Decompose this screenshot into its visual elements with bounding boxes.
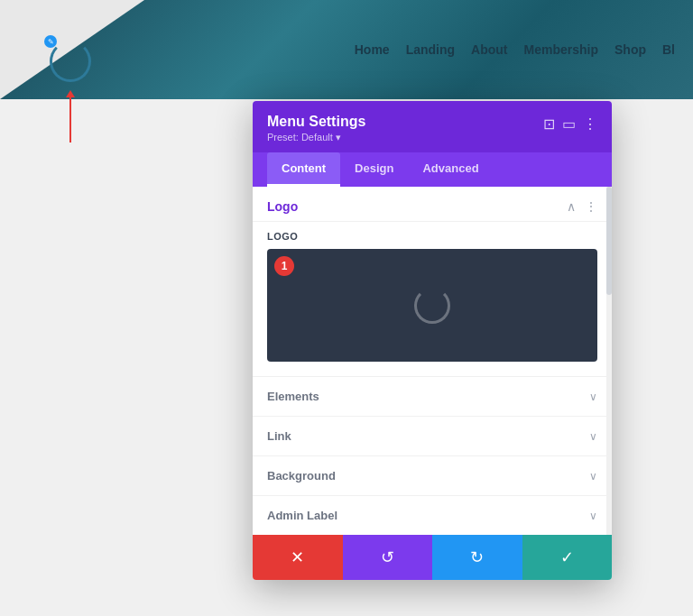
more-options-icon[interactable]: ⋮ bbox=[583, 115, 597, 133]
elements-chevron: ∨ bbox=[589, 391, 597, 403]
upload-badge: 1 bbox=[274, 256, 294, 276]
background-title: Background bbox=[267, 469, 336, 483]
background-chevron: ∨ bbox=[589, 470, 597, 483]
red-arrow bbox=[66, 90, 75, 143]
admin-label-header[interactable]: Admin Label ∨ bbox=[253, 496, 612, 535]
link-header[interactable]: Link ∨ bbox=[253, 417, 612, 455]
split-icon[interactable]: ▭ bbox=[562, 115, 576, 133]
modal-subtitle: Preset: Default ▾ bbox=[267, 132, 365, 143]
nav-landing[interactable]: Landing bbox=[406, 42, 455, 57]
link-title: Link bbox=[267, 429, 291, 443]
logo-section-icons: ∧ ⋮ bbox=[567, 199, 597, 214]
upload-spinner bbox=[414, 288, 450, 324]
elements-section: Elements ∨ bbox=[253, 376, 612, 416]
logo-field: Logo 1 bbox=[253, 222, 612, 376]
menu-settings-panel: Menu Settings Preset: Default ▾ ⊡ ▭ ⋮ Co… bbox=[253, 101, 612, 580]
admin-label-section: Admin Label ∨ bbox=[253, 495, 612, 535]
nav-about[interactable]: About bbox=[471, 42, 507, 57]
background-section: Background ∨ bbox=[253, 455, 612, 495]
nav-blog[interactable]: Bl bbox=[662, 42, 675, 57]
arrow-head bbox=[66, 90, 75, 97]
background-header[interactable]: Background ∨ bbox=[253, 456, 612, 495]
fullscreen-icon[interactable]: ⊡ bbox=[543, 115, 555, 133]
logo-more-icon[interactable]: ⋮ bbox=[585, 199, 597, 214]
admin-label-title: Admin Label bbox=[267, 509, 337, 522]
save-button[interactable]: ✓ bbox=[522, 535, 613, 580]
modal-footer: ✕ ↺ ↻ ✓ bbox=[253, 535, 612, 580]
nav-links: Home Landing About Membership Shop Bl bbox=[355, 0, 693, 99]
logo-collapse-icon[interactable]: ∧ bbox=[567, 199, 576, 214]
nav-shop[interactable]: Shop bbox=[614, 42, 646, 57]
undo-button[interactable]: ↺ bbox=[343, 535, 433, 580]
modal-title-area: Menu Settings Preset: Default ▾ bbox=[267, 114, 365, 143]
scrollbar-thumb[interactable] bbox=[606, 187, 612, 295]
nav-home[interactable]: Home bbox=[355, 42, 390, 57]
logo-area[interactable]: ✎ bbox=[50, 41, 91, 82]
modal-header-icons: ⊡ ▭ ⋮ bbox=[543, 115, 597, 133]
tab-design[interactable]: Design bbox=[340, 152, 408, 187]
modal-body: Logo ∧ ⋮ Logo 1 Elements ∨ Link bbox=[253, 187, 612, 535]
modal-header: Menu Settings Preset: Default ▾ ⊡ ▭ ⋮ bbox=[253, 101, 612, 152]
nav-membership[interactable]: Membership bbox=[524, 42, 598, 57]
logo-section-header: Logo ∧ ⋮ bbox=[253, 187, 612, 222]
cancel-button[interactable]: ✕ bbox=[253, 535, 343, 580]
logo-field-label: Logo bbox=[267, 231, 597, 242]
link-chevron: ∨ bbox=[589, 430, 597, 443]
tab-advanced[interactable]: Advanced bbox=[408, 152, 493, 187]
elements-title: Elements bbox=[267, 390, 319, 403]
elements-header[interactable]: Elements ∨ bbox=[253, 377, 612, 416]
logo-section-title: Logo bbox=[267, 199, 298, 214]
tab-content[interactable]: Content bbox=[267, 152, 340, 187]
logo-circle bbox=[50, 41, 91, 82]
logo-upload-area[interactable]: 1 bbox=[267, 249, 597, 362]
modal-tabs: Content Design Advanced bbox=[253, 152, 612, 187]
admin-label-chevron: ∨ bbox=[589, 510, 597, 522]
redo-button[interactable]: ↻ bbox=[432, 535, 522, 580]
arrow-line bbox=[69, 97, 71, 143]
scrollbar-track bbox=[606, 187, 612, 535]
modal-title: Menu Settings bbox=[267, 114, 365, 130]
link-section: Link ∨ bbox=[253, 416, 612, 455]
